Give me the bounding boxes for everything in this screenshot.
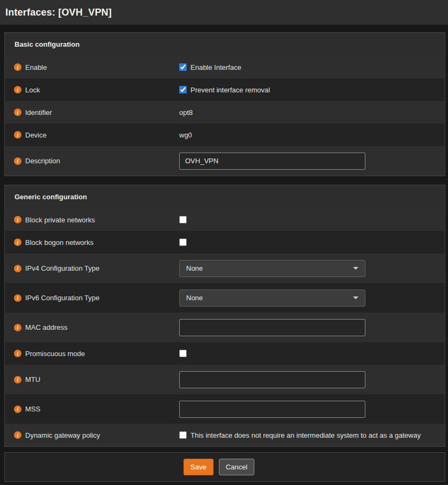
field-label: Enable bbox=[25, 63, 47, 71]
row-mac-address: MAC address bbox=[5, 313, 445, 342]
mac-address-input[interactable] bbox=[179, 319, 365, 336]
info-icon[interactable] bbox=[14, 86, 21, 93]
mss-input[interactable] bbox=[179, 401, 365, 418]
section-header-basic: Basic configuration bbox=[5, 33, 445, 56]
row-mss: MSS bbox=[5, 394, 445, 424]
checkbox-label: This interface does not require an inter… bbox=[190, 431, 421, 439]
field-control-cell bbox=[179, 216, 445, 223]
field-control-cell: wg0 bbox=[179, 131, 445, 139]
field-control-cell bbox=[179, 153, 445, 170]
row-description: Description bbox=[5, 146, 445, 176]
field-control-cell: Prevent interface removal bbox=[179, 86, 445, 94]
ipv4-type-select[interactable]: None bbox=[179, 260, 365, 277]
info-icon[interactable] bbox=[14, 350, 21, 357]
field-control-cell: This interface does not require an inter… bbox=[179, 431, 445, 439]
field-label: IPv4 Configuration Type bbox=[25, 264, 100, 272]
field-label-cell: Promiscuous mode bbox=[5, 350, 179, 358]
select-value: None bbox=[186, 264, 203, 272]
page-title: Interfaces: [OVH_VPN] bbox=[5, 7, 112, 18]
row-block-bogon: Block bogon networks bbox=[5, 231, 445, 254]
checkbox-label: Prevent interface removal bbox=[190, 86, 270, 94]
field-label-cell: MTU bbox=[5, 375, 179, 383]
field-control-cell: Enable Interface bbox=[179, 63, 445, 71]
lock-checkbox[interactable] bbox=[179, 86, 187, 93]
info-icon[interactable] bbox=[14, 431, 21, 439]
promiscuous-checkbox[interactable] bbox=[179, 350, 187, 357]
select-value: None bbox=[186, 294, 203, 302]
ipv6-type-select[interactable]: None bbox=[179, 289, 365, 307]
info-icon[interactable] bbox=[14, 406, 21, 413]
field-label: Device bbox=[25, 131, 47, 139]
dynamic-gateway-checkbox[interactable] bbox=[179, 431, 187, 439]
field-label-cell: MSS bbox=[5, 405, 179, 413]
identifier-value: opt8 bbox=[179, 108, 193, 117]
info-icon[interactable] bbox=[14, 63, 21, 71]
field-label-cell: Enable bbox=[5, 63, 179, 71]
row-ipv4-type: IPv4 Configuration Type None bbox=[5, 254, 445, 283]
field-label: MSS bbox=[25, 405, 40, 413]
field-label: MTU bbox=[25, 375, 40, 383]
description-input[interactable] bbox=[179, 153, 365, 170]
chevron-down-icon bbox=[353, 267, 358, 270]
section-title: Generic configuration bbox=[5, 193, 87, 201]
field-label: IPv6 Configuration Type bbox=[25, 294, 100, 302]
section-header-generic: Generic configuration bbox=[5, 185, 445, 208]
field-label-cell: Dynamic gateway policy bbox=[5, 431, 179, 439]
field-control-cell bbox=[179, 371, 445, 388]
field-control-cell: None bbox=[179, 260, 445, 277]
device-value: wg0 bbox=[179, 131, 192, 139]
field-label: Promiscuous mode bbox=[25, 350, 85, 358]
section-title: Basic configuration bbox=[5, 40, 79, 48]
field-control-cell bbox=[179, 401, 445, 418]
field-label: Block bogon networks bbox=[25, 238, 93, 247]
info-icon[interactable] bbox=[14, 376, 21, 383]
info-icon[interactable] bbox=[14, 294, 21, 302]
row-ipv6-type: IPv6 Configuration Type None bbox=[5, 283, 445, 313]
field-control-cell bbox=[179, 350, 445, 357]
field-label-cell: Lock bbox=[5, 86, 179, 94]
field-control-cell: opt8 bbox=[179, 108, 445, 117]
field-label-cell: Device bbox=[5, 131, 179, 139]
field-label-cell: IPv6 Configuration Type bbox=[5, 294, 179, 302]
row-mtu: MTU bbox=[5, 365, 445, 394]
row-identifier: Identifier opt8 bbox=[5, 101, 445, 124]
mtu-input[interactable] bbox=[179, 371, 365, 388]
info-icon[interactable] bbox=[14, 216, 21, 223]
row-block-private: Block private networks bbox=[5, 208, 445, 231]
row-lock: Lock Prevent interface removal bbox=[5, 78, 445, 101]
cancel-button[interactable]: Cancel bbox=[219, 459, 254, 475]
field-control-cell bbox=[179, 238, 445, 246]
row-device: Device wg0 bbox=[5, 124, 445, 146]
field-label-cell: Block private networks bbox=[5, 216, 179, 224]
row-dynamic-gateway: Dynamic gateway policy This interface do… bbox=[5, 424, 445, 446]
page-header: Interfaces: [OVH_VPN] bbox=[0, 0, 448, 25]
field-control-cell: None bbox=[179, 289, 445, 307]
field-label-cell: Identifier bbox=[5, 108, 179, 117]
field-label: Description bbox=[25, 157, 60, 165]
info-icon[interactable] bbox=[14, 324, 21, 331]
field-label-cell: IPv4 Configuration Type bbox=[5, 264, 179, 272]
field-label: Block private networks bbox=[25, 216, 95, 224]
enable-checkbox[interactable] bbox=[179, 63, 187, 71]
field-label: MAC address bbox=[25, 323, 68, 331]
block-private-checkbox[interactable] bbox=[179, 216, 187, 223]
basic-configuration-panel: Basic configuration Enable Enable Interf… bbox=[4, 32, 445, 176]
field-label: Identifier bbox=[25, 108, 52, 117]
checkbox-label: Enable Interface bbox=[190, 63, 241, 71]
actions-panel: Save Cancel bbox=[4, 452, 445, 482]
block-bogon-checkbox[interactable] bbox=[179, 238, 187, 246]
generic-configuration-panel: Generic configuration Block private netw… bbox=[4, 185, 445, 447]
info-icon[interactable] bbox=[14, 131, 21, 139]
field-label-cell: Description bbox=[5, 157, 179, 165]
chevron-down-icon bbox=[353, 296, 358, 299]
field-label: Dynamic gateway policy bbox=[25, 431, 100, 439]
info-icon[interactable] bbox=[14, 238, 21, 246]
field-label-cell: MAC address bbox=[5, 323, 179, 331]
save-button[interactable]: Save bbox=[183, 459, 214, 475]
row-enable: Enable Enable Interface bbox=[5, 56, 445, 78]
info-icon[interactable] bbox=[14, 265, 21, 272]
field-control-cell bbox=[179, 319, 445, 336]
info-icon[interactable] bbox=[14, 157, 21, 165]
content: Basic configuration Enable Enable Interf… bbox=[0, 25, 448, 482]
info-icon[interactable] bbox=[14, 108, 21, 116]
